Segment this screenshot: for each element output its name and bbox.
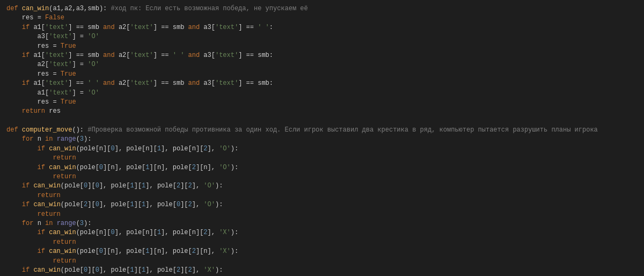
line-1: def can_win(a1,a2,a3,smb): #ход пк: Если…: [6, 4, 638, 13]
line-11: res = True: [6, 98, 638, 107]
line-25: if can_win(pole[n][0], pole[n][1], pole[…: [6, 228, 638, 237]
line-2: res = False: [6, 13, 638, 23]
line-27: if can_win(pole[0][n], pole[1][n], pole[…: [6, 247, 638, 256]
line-9: if a1['text'] == ' ' and a2['text'] == s…: [6, 79, 638, 88]
line-6: if a1['text'] == smb and a2['text'] == '…: [6, 51, 638, 60]
line-4: a3['text'] = 'O': [6, 32, 638, 41]
code-editor: def can_win(a1,a2,a3,smb): #ход пк: Если…: [0, 0, 644, 276]
line-29: if can_win(pole[0][0], pole[1][1], pole[…: [6, 266, 638, 275]
line-26: return: [6, 238, 638, 247]
line-15: for n in range(3):: [6, 135, 638, 144]
line-13: [6, 117, 638, 126]
line-14: def computer_move(): #Проверка возможной…: [6, 126, 638, 135]
line-5: res = True: [6, 42, 638, 51]
line-3: if a1['text'] == smb and a2['text'] == s…: [6, 23, 638, 32]
line-16: if can_win(pole[n][0], pole[n][1], pole[…: [6, 144, 638, 154]
line-28: return: [6, 257, 638, 266]
line-19: return: [6, 172, 638, 181]
line-24: for n in range(3):: [6, 219, 638, 228]
line-18: if can_win(pole[0][n], pole[1][n], pole[…: [6, 163, 638, 172]
line-21: return: [6, 191, 638, 200]
line-8: res = True: [6, 70, 638, 79]
line-22: if can_win(pole[2][0], pole[1][1], pole[…: [6, 200, 638, 209]
line-17: return: [6, 154, 638, 163]
line-23: return: [6, 210, 638, 219]
line-10: a1['text'] = 'O': [6, 89, 638, 98]
line-7: a2['text'] = 'O': [6, 60, 638, 69]
line-12: return res: [6, 107, 638, 116]
line-20: if can_win(pole[0][0], pole[1][1], pole[…: [6, 181, 638, 191]
